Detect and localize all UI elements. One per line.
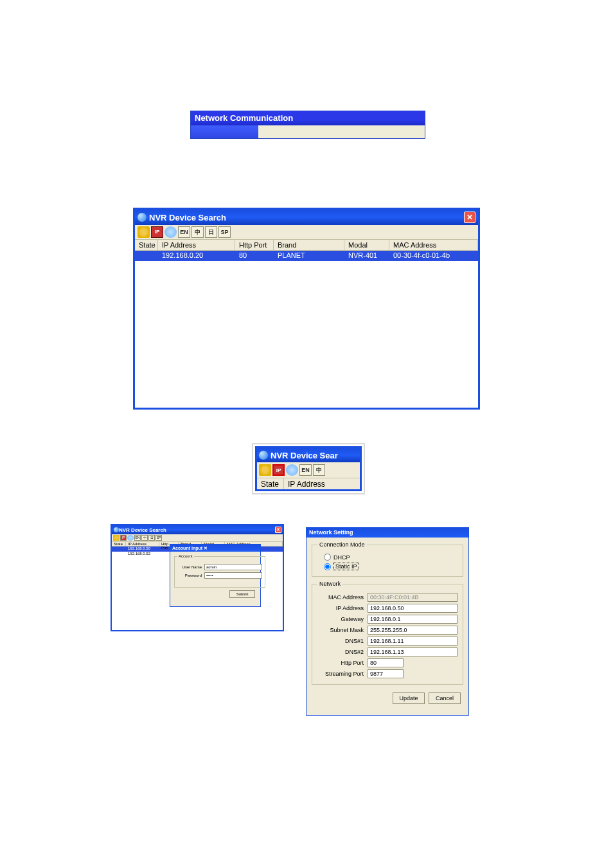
- httpport-input[interactable]: [368, 658, 404, 667]
- connection-mode-legend: Connection Mode: [317, 541, 367, 548]
- mac-input: [368, 593, 458, 602]
- table-body: 192.168.0.20 80 PLANET NVR-401 00-30-4f-…: [135, 251, 478, 408]
- help-icon[interactable]: [286, 464, 298, 476]
- globe-icon: [259, 451, 268, 460]
- close-icon[interactable]: ✕: [275, 527, 281, 533]
- network-fieldset: Network MAC Address IP Address Gateway S…: [312, 581, 463, 685]
- refresh-icon[interactable]: [138, 226, 150, 238]
- toolbar-crop-figure: NVR Device Sear IP EN 中 State IP Address: [252, 443, 365, 494]
- close-icon[interactable]: ✕: [464, 212, 475, 223]
- mac-label: MAC Address: [317, 594, 368, 601]
- ip-input[interactable]: [368, 604, 458, 613]
- update-button[interactable]: Update: [393, 692, 425, 704]
- crop-header: State IP Address: [257, 478, 360, 491]
- crop-header-ip[interactable]: IP Address: [284, 478, 360, 491]
- refresh-icon[interactable]: [259, 464, 271, 476]
- gateway-input[interactable]: [368, 615, 458, 624]
- cell-ip: 192.168.0.52: [126, 552, 159, 557]
- cell-ip: 192.168.0.20: [158, 251, 235, 261]
- toolbar: IP EN 中 日 SP: [135, 225, 478, 239]
- ip-config-icon[interactable]: IP: [120, 535, 127, 541]
- close-icon[interactable]: ✕: [204, 546, 208, 550]
- crop-titlebar: NVR Device Sear: [257, 448, 360, 462]
- network-communication-progress: [191, 125, 425, 138]
- lang-en-button[interactable]: EN: [178, 226, 190, 238]
- streamport-input[interactable]: [368, 669, 404, 678]
- lang-sp-button[interactable]: SP: [155, 535, 162, 541]
- crop-title-text: NVR Device Sear: [271, 451, 338, 460]
- lang-zh-button[interactable]: 中: [313, 464, 325, 476]
- fieldset-legend: Account: [177, 554, 194, 558]
- globe-icon: [114, 527, 119, 532]
- dhcp-label: DHCP: [333, 554, 350, 561]
- static-ip-radio[interactable]: [324, 563, 331, 570]
- dialog-title: Account Input: [172, 546, 202, 550]
- password-input[interactable]: [204, 572, 262, 579]
- progress-fill: [191, 125, 258, 138]
- username-label: User Name: [177, 565, 204, 569]
- acct-win-titlebar[interactable]: NVR Device Search ✕: [112, 525, 283, 534]
- lang-zh-button[interactable]: 中: [141, 535, 148, 541]
- dialog-titlebar[interactable]: Account Input ✕: [170, 545, 260, 552]
- account-input-figure: NVR Device Search ✕ IP EN 中 日 SP State I…: [111, 524, 284, 631]
- lang-en-button[interactable]: EN: [299, 464, 312, 476]
- dialog-buttons: Update Cancel: [306, 689, 468, 709]
- dns2-input[interactable]: [368, 647, 458, 656]
- dialog-title[interactable]: Network Setting: [306, 528, 468, 538]
- header-brand[interactable]: Brand: [274, 240, 344, 250]
- password-label: Password: [177, 574, 204, 577]
- lang-ja-button[interactable]: 日: [205, 226, 217, 238]
- cell-ip: 192.168.0.50: [126, 547, 159, 552]
- acct-win-title: NVR Device Search: [119, 527, 166, 533]
- subnet-input[interactable]: [368, 626, 458, 635]
- streamport-label: Streaming Port: [317, 671, 368, 677]
- cell-state: [135, 251, 158, 261]
- progress-remain: [258, 125, 425, 138]
- network-legend: Network: [317, 581, 342, 587]
- username-input[interactable]: [204, 564, 262, 570]
- dns1-input[interactable]: [368, 637, 458, 646]
- window-titlebar[interactable]: NVR Device Search ✕: [135, 210, 478, 225]
- header-ip[interactable]: IP Address: [158, 240, 235, 250]
- globe-icon: [138, 213, 147, 222]
- submit-button[interactable]: Submit: [229, 590, 255, 598]
- header-port[interactable]: Http Port: [235, 240, 274, 250]
- h-ip[interactable]: IP Address: [126, 542, 159, 546]
- header-state[interactable]: State: [135, 240, 158, 250]
- lang-ja-button[interactable]: 日: [148, 535, 155, 541]
- ip-config-icon[interactable]: IP: [151, 226, 163, 238]
- dns2-label: DNS#2: [317, 649, 368, 655]
- subnet-label: Subnet Mask: [317, 627, 368, 633]
- header-mac[interactable]: MAC Address: [389, 240, 478, 250]
- httpport-label: Http Port: [317, 660, 368, 666]
- account-fieldset: Account User Name Password: [174, 554, 265, 588]
- network-communication-title: Network Communication: [191, 111, 425, 125]
- nvr-device-search-window: NVR Device Search ✕ IP EN 中 日 SP State I…: [133, 208, 480, 410]
- account-input-dialog: Account Input ✕ Account User Name Passwo…: [170, 544, 261, 607]
- acct-toolbar: IP EN 中 日 SP: [112, 534, 283, 541]
- cell-brand: PLANET: [274, 251, 344, 261]
- cell-mac: 00-30-4f-c0-01-4b: [389, 251, 478, 261]
- refresh-icon[interactable]: [113, 535, 120, 541]
- gateway-label: Gateway: [317, 616, 368, 622]
- help-icon[interactable]: [164, 226, 177, 238]
- table-row[interactable]: 192.168.0.20 80 PLANET NVR-401 00-30-4f-…: [135, 251, 478, 261]
- dhcp-radio[interactable]: [324, 554, 331, 561]
- header-modal[interactable]: Modal: [344, 240, 389, 250]
- cancel-button[interactable]: Cancel: [429, 692, 461, 704]
- window-title: NVR Device Search: [149, 213, 226, 222]
- ip-config-icon[interactable]: IP: [272, 464, 285, 476]
- ip-label: IP Address: [317, 605, 368, 611]
- connection-mode-fieldset: Connection Mode DHCP Static IP: [312, 541, 463, 577]
- help-icon[interactable]: [127, 535, 134, 541]
- crop-header-state[interactable]: State: [257, 478, 284, 491]
- crop-toolbar: IP EN 中: [257, 462, 360, 478]
- network-setting-dialog: Network Setting Connection Mode DHCP Sta…: [306, 527, 469, 716]
- lang-zh-button[interactable]: 中: [191, 226, 204, 238]
- cell-modal: NVR-401: [344, 251, 389, 261]
- h-state[interactable]: State: [112, 542, 126, 546]
- lang-en-button[interactable]: EN: [134, 535, 141, 541]
- static-ip-label: Static IP: [333, 563, 359, 570]
- lang-sp-button[interactable]: SP: [218, 226, 231, 238]
- network-communication-banner: Network Communication: [190, 111, 425, 139]
